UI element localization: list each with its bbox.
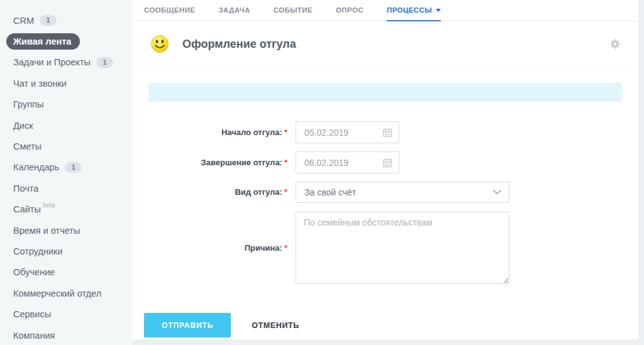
sidebar-item-label: CRM [13,16,34,26]
sidebar-item-label: Сметы [13,141,42,151]
field-row-leave-end: Завершение отгула:* [148,151,622,173]
form-buttons: ОТПРАВИТЬ ОТМЕНИТЬ [132,292,638,337]
sidebar-item-mail[interactable]: Почта [0,178,132,199]
post-form-tabs: СООБЩЕНИЕ ЗАДАЧА СОБЫТИЕ ОПРОС ПРОЦЕССЫ [132,0,638,21]
field-label: Вид отгула:* [148,187,287,197]
sidebar-item-label: Задачи и Проекты [13,57,91,67]
chevron-down-icon [493,190,501,195]
counter-badge: 1 [40,15,57,26]
sidebar-item-commercial-dept[interactable]: Коммерческий отдел [0,283,132,304]
sidebar-item-live-feed[interactable]: Живая лента [0,31,132,52]
required-marker: * [284,243,287,253]
submit-button[interactable]: ОТПРАВИТЬ [144,313,231,337]
beta-label: beta [43,202,55,209]
date-field [296,151,399,173]
sidebar-item-calendar[interactable]: Календарь 1 [0,157,132,178]
sidebar-item-label: Сайты [13,204,41,214]
cancel-button[interactable]: ОТМЕНИТЬ [252,321,299,330]
field-row-leave-start: Начало отгула:* [148,121,622,143]
date-field [296,121,399,143]
sidebar-item-label: Календарь [13,162,59,172]
sidebar-item-chat-calls[interactable]: Чат и звонки [0,73,132,94]
select-value: За свой счёт [304,187,493,197]
tab-poll[interactable]: ОПРОС [336,0,364,21]
smiley-icon [150,35,169,53]
sidebar-item-company[interactable]: Компания [0,325,132,345]
reason-textarea[interactable] [296,212,509,284]
sidebar-item-label: Почта [13,183,38,194]
tab-event[interactable]: СОБЫТИЕ [274,0,313,21]
notice-bar [148,83,622,102]
sidebar-item-time-reports[interactable]: Время и отчеты [0,220,132,241]
sidebar-item-label: Коммерческий отдел [13,288,101,298]
field-row-leave-type: Вид отгула:* За свой счёт [148,182,622,203]
field-row-reason: Причина:* [148,212,622,284]
field-label: Начало отгула:* [148,128,287,138]
sidebar-item-label: Сервисы [13,309,51,319]
chevron-down-icon [436,9,441,12]
field-label: Причина:* [148,243,287,253]
page-title: Оформление отгула [182,38,609,51]
process-header: Оформление отгула [132,21,638,67]
counter-badge: 1 [65,162,82,173]
form-fields: Начало отгула:* Завершение отгула:* [148,121,622,284]
sidebar-item-label: Группы [13,99,43,109]
sidebar-item-label: Компания [13,331,55,341]
sidebar-item-tasks-projects[interactable]: Задачи и Проекты 1 [0,52,132,73]
sidebar-item-estimates[interactable]: Сметы [0,136,132,156]
sidebar-item-crm[interactable]: CRM 1 [0,10,132,31]
gear-icon[interactable] [609,38,621,50]
calendar-icon[interactable] [382,158,392,168]
tab-message[interactable]: СООБЩЕНИЕ [144,0,195,21]
sidebar-item-services[interactable]: Сервисы [0,304,132,324]
required-marker: * [284,187,287,197]
sidebar-item-label: Чат и звонки [13,79,67,89]
counter-badge: 1 [96,57,113,68]
sidebar-item-employees[interactable]: Сотрудники [0,241,132,261]
sidebar-item-sites[interactable]: Сайты beta [0,199,132,220]
tab-task[interactable]: ЗАДАЧА [218,0,250,21]
sidebar-item-label: Время и отчеты [13,226,80,236]
required-marker: * [284,158,287,167]
sidebar-item-label: Обучение [13,267,55,277]
process-form: Начало отгула:* Завершение отгула:* [132,83,638,284]
field-label: Завершение отгула:* [148,158,287,168]
tab-processes[interactable]: ПРОЦЕССЫ [387,0,441,21]
leave-type-select[interactable]: За свой счёт [296,182,509,203]
sidebar-item-label: Сотрудники [13,246,63,256]
sidebar-item-groups[interactable]: Группы [0,94,132,115]
content-card: СООБЩЕНИЕ ЗАДАЧА СОБЫТИЕ ОПРОС ПРОЦЕССЫ [132,0,638,339]
sidebar-item-label: Диск [13,121,33,131]
calendar-icon[interactable] [382,128,392,138]
required-marker: * [284,128,287,137]
sidebar-item-disk[interactable]: Диск [0,115,132,136]
sidebar-active-pill: Живая лента [6,33,80,50]
sidebar-item-training[interactable]: Обучение [0,262,132,283]
sidebar: CRM 1 Живая лента Задачи и Проекты 1 Чат… [0,0,132,345]
